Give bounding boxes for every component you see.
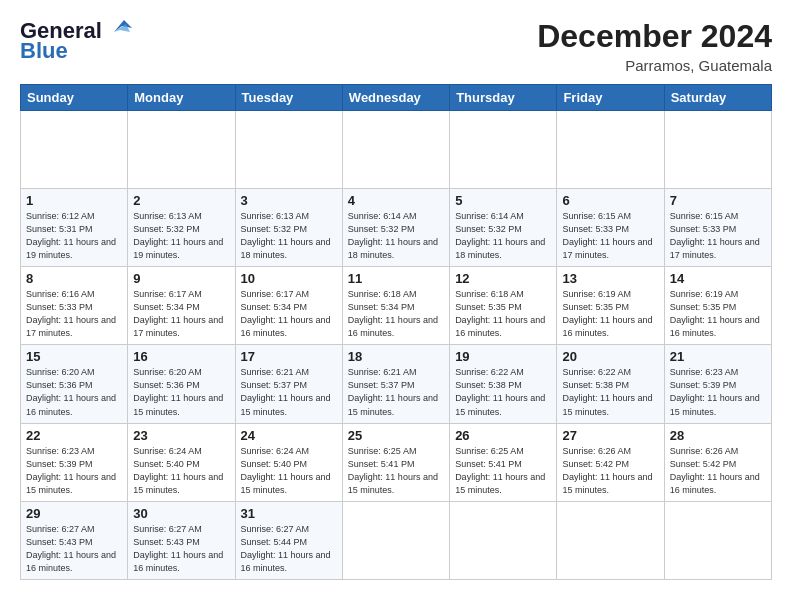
day-info: Sunrise: 6:18 AMSunset: 5:35 PMDaylight:…	[455, 288, 551, 340]
day-number: 6	[562, 193, 658, 208]
day-number: 3	[241, 193, 337, 208]
calendar-cell: 14Sunrise: 6:19 AMSunset: 5:35 PMDayligh…	[664, 267, 771, 345]
day-number: 25	[348, 428, 444, 443]
calendar-cell: 8Sunrise: 6:16 AMSunset: 5:33 PMDaylight…	[21, 267, 128, 345]
day-number: 10	[241, 271, 337, 286]
calendar-cell: 13Sunrise: 6:19 AMSunset: 5:35 PMDayligh…	[557, 267, 664, 345]
calendar-cell: 17Sunrise: 6:21 AMSunset: 5:37 PMDayligh…	[235, 345, 342, 423]
col-saturday: Saturday	[664, 85, 771, 111]
day-info: Sunrise: 6:14 AMSunset: 5:32 PMDaylight:…	[455, 210, 551, 262]
calendar-cell: 25Sunrise: 6:25 AMSunset: 5:41 PMDayligh…	[342, 423, 449, 501]
day-number: 17	[241, 349, 337, 364]
day-info: Sunrise: 6:20 AMSunset: 5:36 PMDaylight:…	[133, 366, 229, 418]
calendar-cell	[21, 111, 128, 189]
calendar-cell: 5Sunrise: 6:14 AMSunset: 5:32 PMDaylight…	[450, 189, 557, 267]
calendar-cell: 6Sunrise: 6:15 AMSunset: 5:33 PMDaylight…	[557, 189, 664, 267]
day-info: Sunrise: 6:26 AMSunset: 5:42 PMDaylight:…	[562, 445, 658, 497]
day-number: 4	[348, 193, 444, 208]
day-info: Sunrise: 6:17 AMSunset: 5:34 PMDaylight:…	[133, 288, 229, 340]
calendar-cell	[664, 111, 771, 189]
calendar-cell: 10Sunrise: 6:17 AMSunset: 5:34 PMDayligh…	[235, 267, 342, 345]
day-info: Sunrise: 6:27 AMSunset: 5:44 PMDaylight:…	[241, 523, 337, 575]
calendar-cell: 11Sunrise: 6:18 AMSunset: 5:34 PMDayligh…	[342, 267, 449, 345]
day-number: 28	[670, 428, 766, 443]
day-info: Sunrise: 6:25 AMSunset: 5:41 PMDaylight:…	[348, 445, 444, 497]
calendar-cell: 21Sunrise: 6:23 AMSunset: 5:39 PMDayligh…	[664, 345, 771, 423]
day-number: 31	[241, 506, 337, 521]
day-number: 1	[26, 193, 122, 208]
day-info: Sunrise: 6:17 AMSunset: 5:34 PMDaylight:…	[241, 288, 337, 340]
day-number: 23	[133, 428, 229, 443]
calendar-week-row	[21, 111, 772, 189]
day-info: Sunrise: 6:13 AMSunset: 5:32 PMDaylight:…	[241, 210, 337, 262]
calendar-cell: 9Sunrise: 6:17 AMSunset: 5:34 PMDaylight…	[128, 267, 235, 345]
day-info: Sunrise: 6:24 AMSunset: 5:40 PMDaylight:…	[133, 445, 229, 497]
calendar-week-row: 15Sunrise: 6:20 AMSunset: 5:36 PMDayligh…	[21, 345, 772, 423]
day-number: 2	[133, 193, 229, 208]
calendar-cell: 16Sunrise: 6:20 AMSunset: 5:36 PMDayligh…	[128, 345, 235, 423]
calendar-cell: 12Sunrise: 6:18 AMSunset: 5:35 PMDayligh…	[450, 267, 557, 345]
calendar-cell: 29Sunrise: 6:27 AMSunset: 5:43 PMDayligh…	[21, 501, 128, 579]
calendar-cell: 4Sunrise: 6:14 AMSunset: 5:32 PMDaylight…	[342, 189, 449, 267]
logo-bird-icon	[104, 18, 132, 40]
calendar-cell: 15Sunrise: 6:20 AMSunset: 5:36 PMDayligh…	[21, 345, 128, 423]
calendar-week-row: 8Sunrise: 6:16 AMSunset: 5:33 PMDaylight…	[21, 267, 772, 345]
day-number: 29	[26, 506, 122, 521]
calendar-cell: 26Sunrise: 6:25 AMSunset: 5:41 PMDayligh…	[450, 423, 557, 501]
calendar-cell: 3Sunrise: 6:13 AMSunset: 5:32 PMDaylight…	[235, 189, 342, 267]
calendar-cell: 18Sunrise: 6:21 AMSunset: 5:37 PMDayligh…	[342, 345, 449, 423]
day-number: 24	[241, 428, 337, 443]
calendar-week-row: 1Sunrise: 6:12 AMSunset: 5:31 PMDaylight…	[21, 189, 772, 267]
calendar-cell: 30Sunrise: 6:27 AMSunset: 5:43 PMDayligh…	[128, 501, 235, 579]
day-info: Sunrise: 6:27 AMSunset: 5:43 PMDaylight:…	[133, 523, 229, 575]
day-info: Sunrise: 6:22 AMSunset: 5:38 PMDaylight:…	[455, 366, 551, 418]
calendar-title: December 2024	[537, 18, 772, 55]
day-info: Sunrise: 6:23 AMSunset: 5:39 PMDaylight:…	[670, 366, 766, 418]
day-number: 9	[133, 271, 229, 286]
day-number: 13	[562, 271, 658, 286]
calendar-cell: 28Sunrise: 6:26 AMSunset: 5:42 PMDayligh…	[664, 423, 771, 501]
day-info: Sunrise: 6:21 AMSunset: 5:37 PMDaylight:…	[241, 366, 337, 418]
col-friday: Friday	[557, 85, 664, 111]
calendar-cell	[664, 501, 771, 579]
calendar-cell: 27Sunrise: 6:26 AMSunset: 5:42 PMDayligh…	[557, 423, 664, 501]
day-info: Sunrise: 6:12 AMSunset: 5:31 PMDaylight:…	[26, 210, 122, 262]
calendar-cell	[342, 111, 449, 189]
col-tuesday: Tuesday	[235, 85, 342, 111]
day-info: Sunrise: 6:27 AMSunset: 5:43 PMDaylight:…	[26, 523, 122, 575]
calendar-cell	[450, 501, 557, 579]
calendar-cell	[557, 501, 664, 579]
calendar-cell	[235, 111, 342, 189]
day-number: 8	[26, 271, 122, 286]
day-info: Sunrise: 6:15 AMSunset: 5:33 PMDaylight:…	[562, 210, 658, 262]
calendar-week-row: 22Sunrise: 6:23 AMSunset: 5:39 PMDayligh…	[21, 423, 772, 501]
calendar-subtitle: Parramos, Guatemala	[537, 57, 772, 74]
day-number: 22	[26, 428, 122, 443]
day-number: 27	[562, 428, 658, 443]
calendar-cell: 1Sunrise: 6:12 AMSunset: 5:31 PMDaylight…	[21, 189, 128, 267]
day-info: Sunrise: 6:19 AMSunset: 5:35 PMDaylight:…	[562, 288, 658, 340]
day-info: Sunrise: 6:20 AMSunset: 5:36 PMDaylight:…	[26, 366, 122, 418]
day-number: 20	[562, 349, 658, 364]
calendar-cell: 24Sunrise: 6:24 AMSunset: 5:40 PMDayligh…	[235, 423, 342, 501]
day-number: 12	[455, 271, 551, 286]
logo: General Blue	[20, 18, 132, 64]
calendar-week-row: 29Sunrise: 6:27 AMSunset: 5:43 PMDayligh…	[21, 501, 772, 579]
day-info: Sunrise: 6:16 AMSunset: 5:33 PMDaylight:…	[26, 288, 122, 340]
calendar-header-row: Sunday Monday Tuesday Wednesday Thursday…	[21, 85, 772, 111]
calendar-table: Sunday Monday Tuesday Wednesday Thursday…	[20, 84, 772, 580]
calendar-cell: 22Sunrise: 6:23 AMSunset: 5:39 PMDayligh…	[21, 423, 128, 501]
day-info: Sunrise: 6:23 AMSunset: 5:39 PMDaylight:…	[26, 445, 122, 497]
day-info: Sunrise: 6:13 AMSunset: 5:32 PMDaylight:…	[133, 210, 229, 262]
day-number: 11	[348, 271, 444, 286]
title-block: December 2024 Parramos, Guatemala	[537, 18, 772, 74]
day-number: 30	[133, 506, 229, 521]
calendar-cell: 23Sunrise: 6:24 AMSunset: 5:40 PMDayligh…	[128, 423, 235, 501]
calendar-cell: 7Sunrise: 6:15 AMSunset: 5:33 PMDaylight…	[664, 189, 771, 267]
day-info: Sunrise: 6:19 AMSunset: 5:35 PMDaylight:…	[670, 288, 766, 340]
day-number: 15	[26, 349, 122, 364]
calendar-cell: 31Sunrise: 6:27 AMSunset: 5:44 PMDayligh…	[235, 501, 342, 579]
day-info: Sunrise: 6:15 AMSunset: 5:33 PMDaylight:…	[670, 210, 766, 262]
day-info: Sunrise: 6:14 AMSunset: 5:32 PMDaylight:…	[348, 210, 444, 262]
col-wednesday: Wednesday	[342, 85, 449, 111]
